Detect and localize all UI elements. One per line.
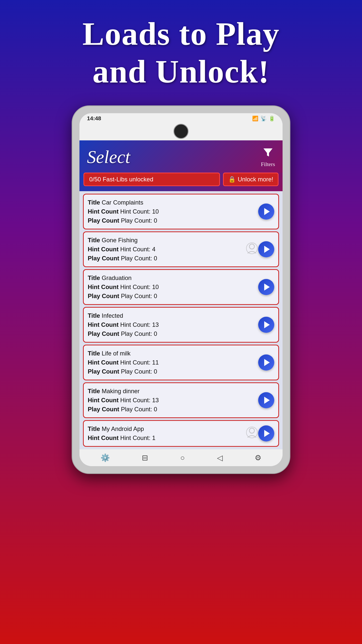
fast-libs-badge: 0/50 Fast-Libs unlocked xyxy=(83,173,220,186)
title-label: Title xyxy=(88,237,100,244)
camera-notch xyxy=(173,124,189,139)
list-area: Title Car ComplaintsHint Count Hint Coun… xyxy=(79,191,283,449)
card-hint-row: Hint Count Hint Count: 4 xyxy=(88,245,256,254)
svg-marker-0 xyxy=(263,148,273,156)
play-button[interactable] xyxy=(258,392,274,408)
nav-settings-icon[interactable]: ⚙️ xyxy=(101,453,110,462)
card-play-row: Play Count Play Count: 0 xyxy=(88,292,256,301)
play-triangle-icon xyxy=(264,321,270,328)
play-button[interactable] xyxy=(258,425,274,441)
status-icons: 📶 📡 🔋 xyxy=(252,115,275,122)
card-title-row: Title Gone Fishing xyxy=(88,236,256,245)
play-triangle-icon xyxy=(264,208,270,215)
title-label: Title xyxy=(88,388,100,394)
headline: Loads to Play and Unlock! xyxy=(67,15,295,90)
play-count-label: Play Count xyxy=(88,330,119,337)
play-button[interactable] xyxy=(258,354,274,371)
headline-line1: Loads to Play xyxy=(82,15,280,53)
play-count-label: Play Count xyxy=(88,406,119,413)
title-label: Title xyxy=(88,425,100,432)
play-button[interactable] xyxy=(258,204,274,220)
list-item: Title Life of milkHint Count Hint Count:… xyxy=(83,345,279,380)
card-info: Title Car ComplaintsHint Count Hint Coun… xyxy=(88,198,256,225)
nav-recents-icon[interactable]: ◁ xyxy=(217,453,223,462)
filter-label: Filters xyxy=(261,161,275,168)
card-play-row: Play Count Play Count: 0 xyxy=(88,216,256,225)
card-play-row: Play Count Play Count: 0 xyxy=(88,367,256,376)
play-triangle-icon xyxy=(264,397,270,404)
phone-screen: 14:48 📶 📡 🔋 Select Filters xyxy=(79,113,283,466)
lock-icon: 🔒 xyxy=(228,176,236,183)
list-item: Title Car ComplaintsHint Count Hint Coun… xyxy=(83,194,279,229)
signal-icon: 📡 xyxy=(260,115,267,122)
play-button[interactable] xyxy=(258,317,274,333)
play-count-label: Play Count xyxy=(88,293,119,299)
headline-line2: and Unlock! xyxy=(82,53,280,91)
nav-home-icon[interactable]: ○ xyxy=(180,454,185,462)
svg-point-3 xyxy=(249,428,254,433)
title-label: Title xyxy=(88,350,100,357)
unlock-bar: 0/50 Fast-Libs unlocked 🔒 Unlock more! xyxy=(79,173,283,191)
card-title-row: Title Graduation xyxy=(88,273,256,283)
card-hint-row: Hint Count Hint Count: 10 xyxy=(88,283,256,292)
card-info: Title Life of milkHint Count Hint Count:… xyxy=(88,349,256,376)
bottom-nav: ⚙️ ⊟ ○ ◁ ⚙ xyxy=(79,449,283,466)
phone-mockup: 14:48 📶 📡 🔋 Select Filters xyxy=(72,105,290,474)
list-item: Title Gone FishingHint Count Hint Count:… xyxy=(83,231,279,267)
filter-button[interactable]: Filters xyxy=(261,146,275,168)
card-info: Title Making dinnerHint Count Hint Count… xyxy=(88,387,256,414)
filter-icon xyxy=(262,146,274,160)
card-hint-row: Hint Count Hint Count: 1 xyxy=(88,433,256,442)
card-hint-row: Hint Count Hint Count: 13 xyxy=(88,320,256,329)
hint-count-label: Hint Count xyxy=(88,397,119,404)
card-title-row: Title Life of milk xyxy=(88,349,256,358)
unlock-more-label: Unlock more! xyxy=(238,176,273,183)
card-title-row: Title Infected xyxy=(88,311,256,320)
list-item: Title GraduationHint Count Hint Count: 1… xyxy=(83,269,279,305)
user-created-badge xyxy=(246,242,258,257)
card-hint-row: Hint Count Hint Count: 10 xyxy=(88,207,256,216)
hint-count-label: Hint Count xyxy=(88,284,119,290)
svg-point-2 xyxy=(246,243,257,254)
play-count-label: Play Count xyxy=(88,255,119,262)
card-play-row: Play Count Play Count: 0 xyxy=(88,405,256,414)
app-title: Select xyxy=(87,147,130,168)
play-triangle-icon xyxy=(264,246,270,253)
card-info: Title Gone FishingHint Count Hint Count:… xyxy=(88,236,256,263)
card-play-row: Play Count Play Count: 0 xyxy=(88,254,256,263)
hint-count-label: Hint Count xyxy=(88,434,119,441)
notch-bar xyxy=(79,124,283,140)
play-count-label: Play Count xyxy=(88,217,119,224)
nav-back-icon[interactable]: ⊟ xyxy=(142,453,148,462)
list-item: Title Making dinnerHint Count Hint Count… xyxy=(83,382,279,418)
card-title-row: Title My Android App xyxy=(88,424,256,433)
nav-menu-icon[interactable]: ⚙ xyxy=(255,453,261,462)
play-triangle-icon xyxy=(264,430,270,437)
card-play-row: Play Count Play Count: 0 xyxy=(88,329,256,338)
play-count-label: Play Count xyxy=(88,368,119,375)
battery-icon: 🔋 xyxy=(269,115,275,122)
app-header: Select Filters xyxy=(79,140,283,173)
card-info: Title My Android AppHint Count Hint Coun… xyxy=(88,424,256,442)
user-created-badge xyxy=(246,426,258,441)
unlock-more-button[interactable]: 🔒 Unlock more! xyxy=(223,173,279,186)
card-title-row: Title Making dinner xyxy=(88,387,256,396)
status-time: 14:48 xyxy=(87,115,101,122)
list-item: Title InfectedHint Count Hint Count: 13P… xyxy=(83,307,279,343)
title-label: Title xyxy=(88,274,100,281)
svg-point-4 xyxy=(246,427,257,438)
hint-count-label: Hint Count xyxy=(88,359,119,366)
wifi-icon: 📶 xyxy=(252,115,258,122)
hint-count-label: Hint Count xyxy=(88,246,119,253)
card-hint-row: Hint Count Hint Count: 13 xyxy=(88,396,256,405)
hint-count-label: Hint Count xyxy=(88,208,119,215)
play-triangle-icon xyxy=(264,284,270,291)
play-button[interactable] xyxy=(258,241,274,257)
card-hint-row: Hint Count Hint Count: 11 xyxy=(88,358,256,367)
card-info: Title GraduationHint Count Hint Count: 1… xyxy=(88,273,256,301)
title-label: Title xyxy=(88,199,100,206)
card-title-row: Title Car Complaints xyxy=(88,198,256,207)
hint-count-label: Hint Count xyxy=(88,321,119,328)
card-info: Title InfectedHint Count Hint Count: 13P… xyxy=(88,311,256,338)
play-button[interactable] xyxy=(258,279,274,295)
